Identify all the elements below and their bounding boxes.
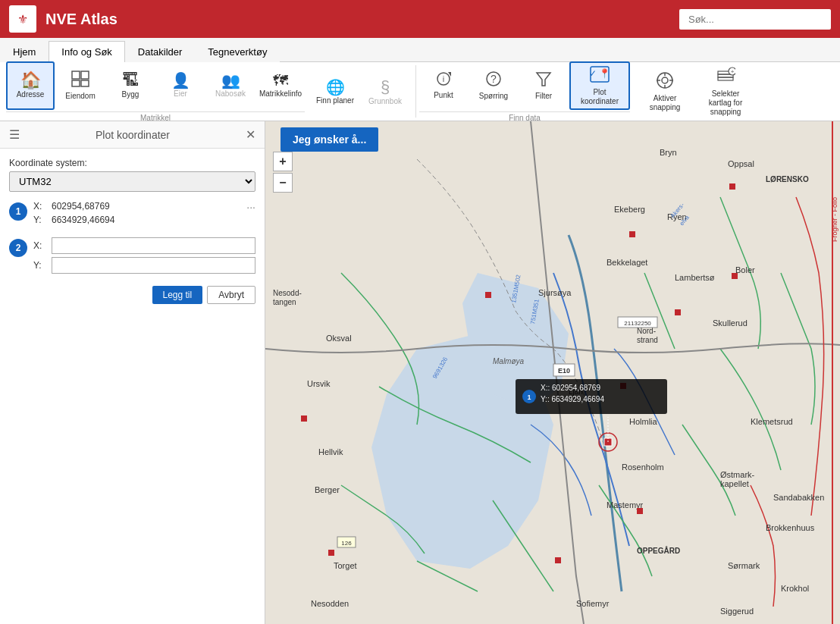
svg-text:Oppsal: Oppsal [728, 159, 754, 168]
toolbar: 🏠 Adresse Eiendom 🏗 Bygg 👤 Eier 👥 Nabosø… [0, 62, 840, 121]
side-panel-body: Koordinate system: UTM32 UTM33 WGS84 1 X… [0, 149, 265, 624]
selekter-kartlag-icon: + [716, 67, 735, 88]
svg-text:Krokhol: Krokhol [781, 584, 809, 593]
toolbar-btn-matrikkelinfo[interactable]: 🗺 Matrikkelinfo [256, 61, 305, 110]
panel-close-button[interactable]: ✕ [246, 127, 255, 142]
coord-y-row-1: Y: 6634929,46694 [33, 215, 240, 225]
toolbar-snapping-row: Aktiver snapping + Selekter kartlag for … [636, 67, 756, 116]
coord-fields-2: X: Y: [33, 237, 255, 277]
svg-text:Rosenholm: Rosenholm [622, 463, 664, 472]
svg-marker-11 [537, 73, 550, 86]
svg-text:X:: 602954,68769: X:: 602954,68769 [541, 384, 600, 392]
zoom-in-button[interactable]: + [273, 152, 293, 171]
toolbar-btn-finn-planer[interactable]: 🌐 Finn planer [311, 68, 359, 117]
svg-text:21132250: 21132250 [624, 320, 651, 327]
finn-data-section-label: Finn data [419, 111, 630, 122]
svg-text:Berger: Berger [315, 485, 340, 494]
svg-text:Torget: Torget [334, 561, 357, 570]
svg-text:Sandabakken: Sandabakken [773, 493, 824, 502]
panel-title: Plot koordinater [26, 129, 240, 141]
toolbar-btn-punkt[interactable]: i Punkt [419, 61, 468, 110]
svg-text:Siggerud: Siggerud [720, 607, 754, 616]
svg-rect-72 [729, 183, 735, 190]
svg-text:Nord-: Nord- [637, 327, 656, 335]
coord-system-select[interactable]: UTM32 UTM33 WGS84 [9, 171, 255, 192]
svg-text:kapellet: kapellet [720, 479, 749, 488]
svg-rect-77 [301, 415, 307, 422]
svg-text:Sofiemyr: Sofiemyr [576, 599, 610, 608]
avbryt-button[interactable]: Avbryt [207, 286, 255, 304]
map-container[interactable]: Bryn Oppsal LØRENSKO Ekeberg Ryen Bekkel… [265, 121, 840, 624]
zoom-out-button[interactable]: − [273, 173, 293, 193]
svg-text:✓ 📍: ✓ 📍 [589, 67, 610, 79]
toolbar-btn-aktiver-snapping[interactable]: Aktiver snapping [636, 67, 694, 116]
svg-text:E10: E10 [558, 367, 570, 375]
coord-y-input-row-2: Y: [33, 257, 255, 274]
toolbar-finn-data-section: i Punkt ? Spørring [419, 61, 630, 122]
svg-text:Ursvik: Ursvik [307, 379, 331, 388]
jeg-onsker-button[interactable]: Jeg ønsker å... [281, 127, 378, 152]
coord-row-2: 2 X: Y: [9, 237, 255, 277]
svg-text:+: + [731, 68, 735, 75]
nabosok-icon: 👥 [221, 73, 240, 88]
toolbar-snapping-section: Aktiver snapping + Selekter kartlag for … [636, 67, 756, 116]
toolbar-btn-eiendom[interactable]: Eiendom [56, 61, 105, 110]
matrikkel-section-label: Matrikkel [6, 111, 305, 122]
bygg-icon: 🏗 [122, 72, 139, 89]
svg-text:tangen: tangen [273, 298, 296, 306]
legg-til-button[interactable]: Legg til [152, 286, 203, 304]
toolbar-btn-adresse[interactable]: 🏠 Adresse [6, 61, 55, 110]
svg-text:Malmøya: Malmøya [493, 357, 525, 365]
tab-tegneverktoy[interactable]: Tegneverktøy [195, 41, 280, 62]
svg-text:Skullerud: Skullerud [713, 318, 748, 328]
toolbar-btn-plot-koordinater[interactable]: ✓ 📍 Plot koordinater [569, 61, 630, 110]
svg-text:126: 126 [341, 540, 352, 547]
app-header: ⚜ NVE Atlas [0, 0, 840, 38]
filter-icon [534, 71, 553, 90]
coord-row-1: 1 X: 602954,68769 Y: 6634929,46694 ··· [9, 201, 255, 228]
coord-x-label-2: X: [33, 240, 49, 251]
coord-y-value-1: 6634929,46694 [52, 215, 114, 225]
tab-info-og-sok[interactable]: Info og Søk [49, 41, 124, 62]
coord-y-input-2[interactable] [52, 257, 255, 274]
coord-fields-1: X: 602954,68769 Y: 6634929,46694 [33, 201, 240, 228]
svg-rect-74 [485, 292, 491, 298]
aktiver-snapping-icon [655, 71, 675, 93]
tab-datakilder[interactable]: Datakilder [125, 41, 196, 62]
side-panel: ☰ Plot koordinater ✕ Koordinate system: … [0, 121, 265, 624]
grunnbok-icon: § [381, 79, 390, 96]
search-input[interactable] [679, 9, 831, 30]
toolbar-btn-sparring[interactable]: ? Spørring [469, 61, 518, 110]
svg-text:Sørmark: Sørmark [728, 561, 760, 570]
svg-text:Y:: 6634929,46694: Y:: 6634929,46694 [541, 395, 604, 403]
adresse-icon: 🏠 [20, 72, 41, 89]
svg-text:Østmark-: Østmark- [720, 470, 755, 479]
toolbar-finn-row: 🌐 Finn planer § Grunnbok [311, 68, 409, 117]
coord-x-input-2[interactable] [52, 237, 255, 254]
toolbar-btn-selekter-kartlag[interactable]: + Selekter kartlag for snapping [695, 67, 756, 116]
toolbar-btn-filter[interactable]: Filter [519, 61, 568, 110]
coord-x-input-row-2: X: [33, 237, 255, 254]
svg-text:OPPEGÅRD: OPPEGÅRD [637, 546, 680, 555]
tab-hjem[interactable]: Hjem [0, 41, 49, 62]
side-panel-header: ☰ Plot koordinater ✕ [0, 121, 265, 149]
svg-text:Sjursøya: Sjursøya [538, 288, 572, 297]
matrikkelinfo-icon: 🗺 [273, 73, 288, 88]
svg-text:Nesodd-: Nesodd- [273, 289, 302, 297]
coord-number-1: 1 [9, 202, 27, 221]
app-logo: ⚜ [9, 5, 36, 33]
svg-rect-5 [81, 80, 89, 86]
svg-rect-76 [732, 273, 738, 279]
toolbar-finn-data-row: i Punkt ? Spørring [419, 61, 630, 110]
svg-rect-79 [637, 508, 643, 514]
svg-rect-4 [72, 80, 80, 86]
panel-menu-icon[interactable]: ☰ [9, 127, 20, 142]
punkt-icon: i [434, 71, 453, 89]
svg-text:LØRENSKO: LØRENSKO [766, 175, 809, 183]
coord-x-row-1: X: 602954,68769 [33, 201, 240, 212]
toolbar-btn-nabosok: 👥 Nabosøk [206, 61, 255, 110]
coord-more-1[interactable]: ··· [246, 201, 255, 213]
toolbar-btn-bygg[interactable]: 🏗 Bygg [106, 61, 155, 110]
coord-x-value-1: 602954,68769 [52, 201, 110, 212]
svg-text:Klemetsrud: Klemetsrud [751, 417, 793, 426]
